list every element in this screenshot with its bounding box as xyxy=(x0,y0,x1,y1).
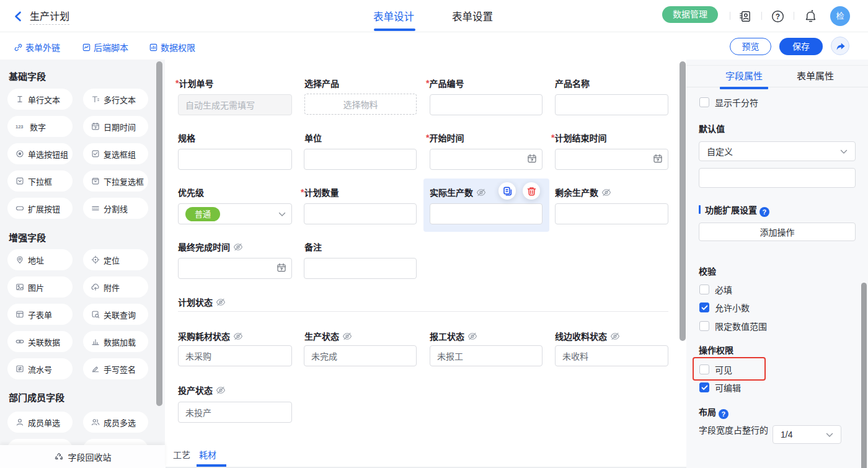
svg-text:123: 123 xyxy=(16,124,24,130)
svg-text:?: ? xyxy=(776,12,780,21)
